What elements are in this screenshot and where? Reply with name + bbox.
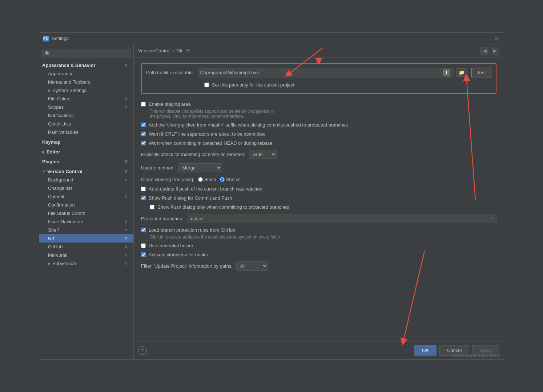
show-push-label[interactable]: Show Push dialog for Commit and Push <box>149 195 232 201</box>
sidebar-item-scopes[interactable]: Scopes ⚙ <box>39 103 133 111</box>
sidebar-item-shelf[interactable]: Shelf ⚙ <box>39 226 133 234</box>
search-input[interactable] <box>52 51 128 56</box>
sidebar-item-path-variables[interactable]: Path Variables <box>39 128 133 136</box>
sidebar-item-file-colors[interactable]: File Colors ⚙ <box>39 95 133 103</box>
settings-icon: ⚙ <box>124 228 128 232</box>
set-path-label[interactable]: Set this path only for the current proje… <box>212 82 294 88</box>
section-separator <box>141 276 496 276</box>
sidebar-item-background[interactable]: Background ⚙ <box>39 176 133 184</box>
filter-select[interactable]: All Changed None <box>236 261 268 271</box>
sidebar-item-label: Appearance & Behavior <box>42 63 96 68</box>
update-method-label: Update method: <box>141 165 175 171</box>
expand-icon[interactable]: ⤢ <box>490 216 494 221</box>
sidebar-item-quick-lists[interactable]: Quick Lists <box>39 120 133 128</box>
update-method-select[interactable]: Merge Rebase Branch Default <box>178 163 222 172</box>
show-push-protected-label[interactable]: Show Push dialog only when committing to… <box>157 204 289 210</box>
sidebar-item-label: File Status Colors <box>48 211 85 216</box>
show-push-protected-checkbox[interactable] <box>150 205 154 209</box>
enable-staging-checkbox[interactable] <box>141 102 146 107</box>
nav-back-button[interactable]: ◀ <box>480 47 489 55</box>
sidebar-item-commit[interactable]: Commit ⚙ <box>39 192 133 201</box>
sidebar-item-mercurial[interactable]: Mercurial ⚙ <box>39 251 133 259</box>
expand-arrow-icon: ▶ <box>48 88 51 92</box>
sidebar-search-box[interactable]: 🔍 <box>42 49 130 58</box>
sidebar-item-label: ▼ Version Control <box>42 169 83 174</box>
sidebar-item-keymap[interactable]: Keymap <box>39 138 133 146</box>
incoming-commits-select[interactable]: Auto Always Never <box>249 150 277 159</box>
sidebar-item-label: Notifications <box>48 113 74 118</box>
sidebar-item-version-control[interactable]: ▼ Version Control ⚙ <box>39 167 133 176</box>
enable-staging-label[interactable]: Enable staging area <box>149 101 191 107</box>
use-credential-checkbox[interactable] <box>141 243 146 248</box>
browse-folder-button[interactable]: 📁 <box>456 68 467 77</box>
breadcrumb-parent: Version Control <box>138 48 170 53</box>
app-icon: PC <box>43 36 49 41</box>
sidebar-item-system-settings[interactable]: ▶ System Settings <box>39 86 133 95</box>
sidebar-item-changelists[interactable]: Changelists <box>39 184 133 192</box>
auto-update-label[interactable]: Auto-update if push of the current branc… <box>149 186 262 192</box>
activate-virtualenv-label[interactable]: Activate virtualenv for hooks <box>149 252 208 257</box>
use-credential-label[interactable]: Use credential helper <box>149 243 193 248</box>
ok-button[interactable]: OK <box>414 345 437 356</box>
activate-virtualenv-checkbox[interactable] <box>141 252 146 257</box>
settings-icon: ⚙ <box>124 261 128 265</box>
sidebar-item-menus-toolbars[interactable]: Menus and Toolbars <box>39 78 133 86</box>
update-method-row: Update method: Merge Rebase Branch Defau… <box>141 161 496 175</box>
warn-crlf-checkbox[interactable] <box>141 132 146 136</box>
sidebar-item-label: Shelf <box>48 227 59 233</box>
sidebar-item-issue-navigation[interactable]: Issue Navigation ⚙ <box>39 217 133 226</box>
warn-detached-checkbox[interactable] <box>141 141 146 145</box>
set-path-checkbox[interactable] <box>204 83 209 87</box>
protected-branches-input-wrap[interactable]: ⤢ <box>187 214 496 223</box>
sidebar-item-editor[interactable]: ▶ Editor <box>39 148 133 156</box>
sidebar-item-confirmation[interactable]: Confirmation <box>39 201 133 209</box>
sidebar-item-github[interactable]: GitHub ⚙ <box>39 243 133 251</box>
close-button[interactable]: × <box>493 35 500 42</box>
warn-detached-label[interactable]: Warn when committing in detached HEAD or… <box>149 140 273 146</box>
sidebar-item-label: ▶ Editor <box>42 149 60 155</box>
breadcrumb-current: Git <box>176 48 182 53</box>
git-path-input[interactable] <box>200 70 442 75</box>
git-path-input-wrap[interactable]: 1 <box>198 68 453 77</box>
cherry-pick-label[interactable]: Add the 'cherry-picked from <hash>' suff… <box>149 122 348 128</box>
settings-icon: ⚙ <box>124 160 128 164</box>
settings-icon: ⚙ <box>124 97 128 101</box>
settings-dialog: PC Settings × 🔍 Appearance & Behavior ▼ … <box>39 32 504 360</box>
radio-stash[interactable] <box>198 177 203 182</box>
auto-update-checkbox[interactable] <box>141 187 146 191</box>
sidebar-item-subversion[interactable]: ▶ Subversion ⚙ <box>39 259 133 268</box>
help-button[interactable]: ? <box>138 346 147 355</box>
radio-stash-label[interactable]: Stash <box>198 177 216 182</box>
github-rules-note: GitHub rules are added to the local rule… <box>141 235 496 240</box>
warn-crlf-label[interactable]: Warn if CRLF line separators are about t… <box>149 131 266 137</box>
breadcrumb-separator: › <box>173 48 174 53</box>
sidebar-item-label: GitHub <box>48 244 63 249</box>
load-branch-rules-checkbox[interactable] <box>141 228 146 232</box>
set-path-only-row: Set this path only for the current proje… <box>146 80 491 89</box>
sidebar-item-label: Commit <box>48 194 64 199</box>
sidebar-item-appearance[interactable]: Appearance <box>39 69 133 78</box>
radio-shelve-label[interactable]: Shelve <box>220 177 241 182</box>
sidebar-item-label: Plugins <box>42 159 59 164</box>
annotation-badge-1: 1 <box>443 69 450 76</box>
test-button[interactable]: Test <box>471 68 491 77</box>
breadcrumb-menu-icon[interactable]: ☰ <box>186 48 190 53</box>
cherry-pick-checkbox[interactable] <box>141 123 146 127</box>
sidebar-item-label: Issue Navigation <box>48 219 83 224</box>
sidebar-item-file-status-colors[interactable]: File Status Colors <box>39 209 133 217</box>
protected-branches-input[interactable] <box>189 216 490 221</box>
radio-shelve[interactable] <box>220 177 225 182</box>
sidebar-item-appearance-behavior[interactable]: Appearance & Behavior ▼ <box>39 61 133 69</box>
sidebar-item-plugins[interactable]: Plugins ⚙ <box>39 157 133 166</box>
load-branch-rules-label[interactable]: Load branch protection rules from GitHub <box>149 227 235 233</box>
settings-icon: ⚙ <box>124 245 128 249</box>
incoming-commits-label: Explicitly check for incoming commits on… <box>141 152 245 157</box>
sidebar-item-git[interactable]: Git ⚙ <box>39 234 133 243</box>
clean-working-row: Clean working tree using: Stash Shelve <box>141 175 496 184</box>
nav-forward-button[interactable]: ▶ <box>491 47 499 55</box>
activate-virtualenv-row: Activate virtualenv for hooks <box>141 250 496 259</box>
auto-update-row: Auto-update if push of the current branc… <box>141 184 496 193</box>
show-push-checkbox[interactable] <box>141 196 146 200</box>
sidebar-item-notifications[interactable]: Notifications <box>39 111 133 120</box>
sidebar-item-label: Git <box>48 236 54 241</box>
